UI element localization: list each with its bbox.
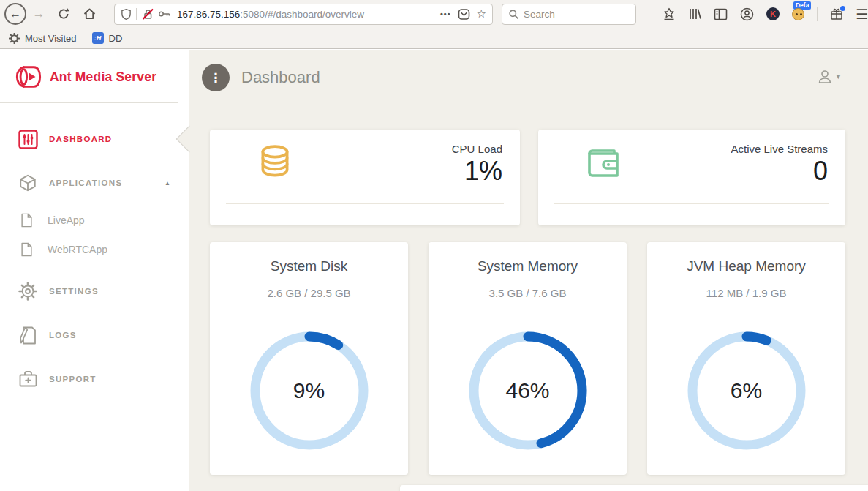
card-divider: [554, 203, 829, 204]
monkey-icon: [792, 8, 804, 20]
bookmarks-toolbar-icon[interactable]: [663, 7, 676, 20]
sidebar-item-logs[interactable]: LOGS: [0, 322, 189, 348]
menu-button[interactable]: ☰: [856, 7, 868, 21]
library-icon[interactable]: [688, 7, 701, 20]
gauge-percent: 46%: [466, 329, 590, 453]
sidebar-label-liveapp: LiveApp: [48, 214, 85, 226]
wallet-icon: [584, 143, 623, 183]
next-row-card-partial: [400, 485, 868, 491]
brand-name: Ant Media Server: [50, 70, 156, 85]
ant-media-dashboard-page: Ant Media Server DASHBOARD: [0, 50, 868, 491]
sidebar-item-settings[interactable]: SETTINGS: [0, 278, 189, 304]
gauge-title: System Memory: [429, 258, 627, 274]
gauge-subtitle: 2.6 GB / 29.5 GB: [210, 287, 408, 299]
donut-gauge: 9%: [247, 329, 371, 453]
search-icon: [508, 9, 519, 20]
insecure-lock-icon[interactable]: [142, 8, 154, 20]
file-icon: [20, 242, 33, 257]
sidebar-item-applications[interactable]: APPLICATIONS ▲: [0, 170, 189, 196]
sidebar-label-dashboard: DASHBOARD: [49, 135, 112, 143]
database-icon: [255, 143, 295, 184]
browser-nav-toolbar: ← → 167.86.75.156:5080/#/dashboard/overv…: [0, 0, 868, 28]
k-extension-icon[interactable]: K: [766, 7, 780, 20]
url-path: :5080/#/dashboard/overview: [240, 9, 364, 20]
user-menu[interactable]: ▼: [817, 69, 842, 85]
main-content: ⋮ Dashboard ▼: [190, 50, 868, 491]
gauge-subtitle: 112 MB / 1.9 GB: [647, 287, 845, 299]
sidebar-divider: [0, 102, 178, 103]
gauge-percent: 6%: [684, 329, 809, 453]
applications-box-icon: [18, 173, 37, 192]
stat-value: 0: [813, 156, 828, 187]
cpu-load-card: CPU Load 1%: [210, 130, 520, 225]
donut-gauge: 46%: [466, 329, 590, 453]
back-button[interactable]: ←: [4, 3, 26, 25]
system-disk-card: System Disk 2.6 GB / 29.5 GB 9%: [210, 242, 408, 475]
tampermonkey-extension-icon[interactable]: Defa: [792, 8, 804, 20]
sidebar-toggle-icon[interactable]: [714, 8, 728, 20]
page-actions-icon[interactable]: •••: [440, 10, 451, 18]
search-bar[interactable]: [502, 4, 636, 25]
bookmark-most-visited[interactable]: Most Visited: [25, 33, 77, 44]
gauge-percent: 9%: [247, 329, 371, 453]
sidebar-item-support[interactable]: SUPPORT: [0, 366, 189, 392]
sidebar-label-applications: APPLICATIONS: [49, 179, 122, 187]
notification-dot: [840, 6, 845, 11]
gauge-title: System Disk: [210, 258, 408, 274]
sidebar-item-webrtcapp[interactable]: WebRTCApp: [0, 239, 189, 261]
search-input[interactable]: [524, 9, 619, 20]
card-divider: [226, 203, 504, 204]
donut-gauge: 6%: [684, 329, 809, 453]
home-icon: [83, 7, 97, 20]
account-icon[interactable]: [740, 7, 754, 21]
stat-label: CPU Load: [452, 143, 502, 155]
url-host: 167.86.75.156: [177, 9, 240, 20]
dashboard-sliders-icon: [18, 130, 38, 149]
stat-label: Active Live Streams: [731, 143, 828, 155]
logs-icon: [18, 326, 37, 345]
sidebar-item-dashboard[interactable]: DASHBOARD: [0, 126, 189, 152]
chevron-down-icon: ▼: [835, 73, 842, 80]
sidebar: Ant Media Server DASHBOARD: [0, 50, 189, 491]
support-case-icon: [18, 370, 38, 389]
brand[interactable]: Ant Media Server: [15, 63, 156, 91]
bookmark-star-icon[interactable]: ☆: [477, 7, 486, 20]
dd-favicon: :H: [92, 32, 104, 44]
collapse-caret-icon[interactable]: ▲: [165, 180, 170, 187]
system-memory-card: System Memory 3.5 GB / 7.6 GB 46%: [429, 242, 627, 475]
content-header: ⋮ Dashboard ▼: [190, 50, 868, 105]
kebab-menu-button[interactable]: ⋮: [202, 64, 230, 91]
urlbar-separator: [136, 8, 137, 20]
tracking-protection-shield-icon[interactable]: [121, 8, 132, 20]
jvm-heap-memory-card: JVM Heap Memory 112 MB / 1.9 GB 6%: [647, 242, 845, 475]
settings-gear-icon: [18, 281, 38, 301]
bookmarks-bar: Most Visited :H DD: [0, 28, 868, 49]
sidebar-label-support: SUPPORT: [49, 375, 97, 383]
toolbar-separator: [817, 7, 818, 21]
file-icon: [20, 213, 33, 228]
home-button[interactable]: [76, 7, 102, 20]
ant-media-logo-icon: [15, 63, 42, 91]
whats-new-button[interactable]: [830, 7, 843, 20]
stat-value: 1%: [464, 156, 502, 187]
user-icon: [817, 69, 833, 85]
reload-button[interactable]: [51, 7, 76, 20]
sidebar-label-settings: SETTINGS: [49, 287, 99, 296]
gauge-title: JVM Heap Memory: [647, 258, 845, 274]
key-icon[interactable]: [158, 8, 171, 20]
sidebar-label-webrtcapp: WebRTCApp: [48, 244, 107, 255]
active-streams-card: Active Live Streams 0: [538, 130, 845, 225]
bookmark-dd[interactable]: DD: [109, 33, 123, 44]
gauge-subtitle: 3.5 GB / 7.6 GB: [429, 287, 627, 299]
url-text[interactable]: 167.86.75.156:5080/#/dashboard/overview: [177, 9, 364, 20]
pocket-icon[interactable]: [458, 8, 470, 20]
sidebar-item-liveapp[interactable]: LiveApp: [0, 209, 189, 231]
sidebar-label-logs: LOGS: [49, 331, 77, 340]
reload-icon: [57, 7, 70, 20]
page-title: Dashboard: [241, 68, 320, 87]
forward-button[interactable]: →: [26, 7, 51, 21]
gear-icon: [9, 33, 20, 44]
url-bar[interactable]: 167.86.75.156:5080/#/dashboard/overview …: [114, 4, 493, 25]
